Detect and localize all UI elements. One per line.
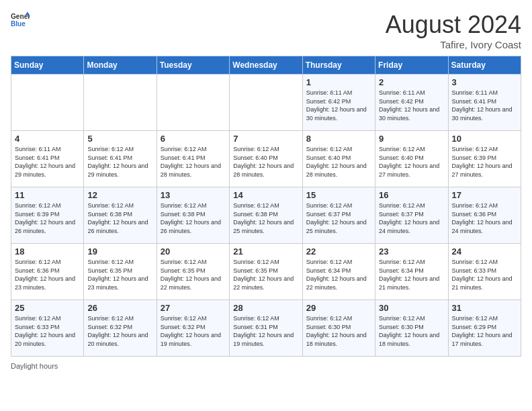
calendar-cell: 24Sunrise: 6:12 AM Sunset: 6:33 PM Dayli… — [448, 244, 521, 300]
calendar-cell — [84, 75, 157, 131]
day-number: 22 — [306, 246, 371, 257]
calendar-cell: 5Sunrise: 6:12 AM Sunset: 6:41 PM Daylig… — [84, 131, 157, 187]
day-info: Sunrise: 6:12 AM Sunset: 6:30 PM Dayligh… — [306, 314, 371, 348]
calendar-table: SundayMondayTuesdayWednesdayThursdayFrid… — [11, 56, 521, 357]
day-info: Sunrise: 6:12 AM Sunset: 6:41 PM Dayligh… — [87, 145, 152, 179]
day-header-thursday: Thursday — [302, 56, 375, 75]
calendar-cell: 12Sunrise: 6:12 AM Sunset: 6:38 PM Dayli… — [84, 187, 157, 244]
day-info: Sunrise: 6:12 AM Sunset: 6:40 PM Dayligh… — [306, 145, 371, 179]
calendar-cell: 29Sunrise: 6:12 AM Sunset: 6:30 PM Dayli… — [302, 300, 375, 357]
day-info: Sunrise: 6:12 AM Sunset: 6:39 PM Dayligh… — [452, 145, 517, 179]
day-number: 3 — [452, 77, 517, 87]
day-number: 4 — [15, 134, 80, 144]
day-number: 29 — [306, 303, 371, 313]
calendar-cell: 21Sunrise: 6:12 AM Sunset: 6:35 PM Dayli… — [230, 244, 302, 300]
calendar-cell: 26Sunrise: 6:12 AM Sunset: 6:32 PM Dayli… — [84, 300, 157, 357]
day-number: 19 — [87, 246, 152, 257]
day-number: 27 — [161, 303, 226, 313]
day-info: Sunrise: 6:12 AM Sunset: 6:33 PM Dayligh… — [452, 258, 517, 291]
day-number: 16 — [379, 190, 444, 200]
day-header-friday: Friday — [375, 56, 448, 75]
day-number: 24 — [452, 246, 517, 257]
calendar-cell: 13Sunrise: 6:12 AM Sunset: 6:38 PM Dayli… — [157, 187, 229, 244]
location: Tafire, Ivory Coast — [386, 39, 521, 50]
day-info: Sunrise: 6:12 AM Sunset: 6:41 PM Dayligh… — [161, 145, 226, 179]
day-number: 12 — [87, 190, 152, 200]
day-header-saturday: Saturday — [448, 56, 521, 75]
day-header-monday: Monday — [84, 56, 157, 75]
day-number: 18 — [15, 246, 80, 257]
calendar-cell: 20Sunrise: 6:12 AM Sunset: 6:35 PM Dayli… — [157, 244, 229, 300]
calendar-cell: 10Sunrise: 6:12 AM Sunset: 6:39 PM Dayli… — [448, 131, 521, 187]
calendar-cell: 23Sunrise: 6:12 AM Sunset: 6:34 PM Dayli… — [375, 244, 448, 300]
calendar-cell: 16Sunrise: 6:12 AM Sunset: 6:37 PM Dayli… — [375, 187, 448, 244]
day-info: Sunrise: 6:12 AM Sunset: 6:35 PM Dayligh… — [233, 258, 298, 291]
calendar-cell: 15Sunrise: 6:12 AM Sunset: 6:37 PM Dayli… — [302, 187, 375, 244]
day-number: 31 — [452, 303, 517, 313]
day-number: 13 — [161, 190, 226, 200]
calendar-cell: 6Sunrise: 6:12 AM Sunset: 6:41 PM Daylig… — [157, 131, 229, 187]
day-number: 11 — [15, 190, 80, 200]
day-info: Sunrise: 6:12 AM Sunset: 6:30 PM Dayligh… — [379, 314, 444, 348]
day-info: Sunrise: 6:12 AM Sunset: 6:39 PM Dayligh… — [15, 201, 80, 235]
day-info: Sunrise: 6:12 AM Sunset: 6:32 PM Dayligh… — [87, 314, 152, 348]
day-info: Sunrise: 6:12 AM Sunset: 6:40 PM Dayligh… — [379, 145, 444, 179]
calendar-cell — [230, 75, 302, 131]
day-info: Sunrise: 6:12 AM Sunset: 6:31 PM Dayligh… — [233, 314, 298, 348]
calendar-week-1: 1Sunrise: 6:11 AM Sunset: 6:42 PM Daylig… — [11, 75, 521, 131]
day-info: Sunrise: 6:12 AM Sunset: 6:37 PM Dayligh… — [306, 201, 371, 235]
day-header-sunday: Sunday — [11, 56, 84, 75]
day-info: Sunrise: 6:12 AM Sunset: 6:34 PM Dayligh… — [306, 258, 371, 291]
calendar-cell: 30Sunrise: 6:12 AM Sunset: 6:30 PM Dayli… — [375, 300, 448, 357]
day-number: 21 — [233, 246, 298, 257]
day-number: 8 — [306, 134, 371, 144]
day-number: 15 — [306, 190, 371, 200]
day-number: 10 — [452, 134, 517, 144]
calendar-cell: 31Sunrise: 6:12 AM Sunset: 6:29 PM Dayli… — [448, 300, 521, 357]
day-info: Sunrise: 6:12 AM Sunset: 6:35 PM Dayligh… — [87, 258, 152, 291]
day-number: 28 — [233, 303, 298, 313]
day-info: Sunrise: 6:11 AM Sunset: 6:41 PM Dayligh… — [452, 89, 517, 122]
title-block: August 2024 Tafire, Ivory Coast — [386, 11, 521, 50]
logo: General Blue — [11, 11, 30, 30]
logo-icon: General Blue — [11, 11, 30, 30]
calendar-cell: 28Sunrise: 6:12 AM Sunset: 6:31 PM Dayli… — [230, 300, 302, 357]
calendar-cell: 1Sunrise: 6:11 AM Sunset: 6:42 PM Daylig… — [302, 75, 375, 131]
calendar-cell: 9Sunrise: 6:12 AM Sunset: 6:40 PM Daylig… — [375, 131, 448, 187]
calendar-cell: 8Sunrise: 6:12 AM Sunset: 6:40 PM Daylig… — [302, 131, 375, 187]
day-number: 26 — [87, 303, 152, 313]
calendar-cell — [157, 75, 229, 131]
calendar-cell: 4Sunrise: 6:11 AM Sunset: 6:41 PM Daylig… — [11, 131, 84, 187]
calendar-header-row: SundayMondayTuesdayWednesdayThursdayFrid… — [11, 56, 521, 75]
day-info: Sunrise: 6:12 AM Sunset: 6:34 PM Dayligh… — [379, 258, 444, 291]
daylight-label: Daylight hours — [11, 362, 58, 370]
calendar-cell: 19Sunrise: 6:12 AM Sunset: 6:35 PM Dayli… — [84, 244, 157, 300]
day-info: Sunrise: 6:12 AM Sunset: 6:38 PM Dayligh… — [87, 201, 152, 235]
calendar-cell: 3Sunrise: 6:11 AM Sunset: 6:41 PM Daylig… — [448, 75, 521, 131]
day-number: 7 — [233, 134, 298, 144]
day-info: Sunrise: 6:12 AM Sunset: 6:38 PM Dayligh… — [161, 201, 226, 235]
day-info: Sunrise: 6:11 AM Sunset: 6:42 PM Dayligh… — [379, 89, 444, 122]
day-header-wednesday: Wednesday — [230, 56, 302, 75]
day-number: 2 — [379, 77, 444, 87]
calendar-week-2: 4Sunrise: 6:11 AM Sunset: 6:41 PM Daylig… — [11, 131, 521, 187]
day-info: Sunrise: 6:12 AM Sunset: 6:40 PM Dayligh… — [233, 145, 298, 179]
day-number: 20 — [161, 246, 226, 257]
day-info: Sunrise: 6:12 AM Sunset: 6:33 PM Dayligh… — [15, 314, 80, 348]
day-info: Sunrise: 6:11 AM Sunset: 6:42 PM Dayligh… — [306, 89, 371, 122]
calendar-cell: 25Sunrise: 6:12 AM Sunset: 6:33 PM Dayli… — [11, 300, 84, 357]
calendar-cell: 22Sunrise: 6:12 AM Sunset: 6:34 PM Dayli… — [302, 244, 375, 300]
calendar-cell — [11, 75, 84, 131]
calendar-cell: 14Sunrise: 6:12 AM Sunset: 6:38 PM Dayli… — [230, 187, 302, 244]
day-info: Sunrise: 6:12 AM Sunset: 6:36 PM Dayligh… — [452, 201, 517, 235]
calendar-cell: 27Sunrise: 6:12 AM Sunset: 6:32 PM Dayli… — [157, 300, 229, 357]
day-number: 17 — [452, 190, 517, 200]
day-number: 1 — [306, 77, 371, 87]
day-header-tuesday: Tuesday — [157, 56, 229, 75]
calendar-week-5: 25Sunrise: 6:12 AM Sunset: 6:33 PM Dayli… — [11, 300, 521, 357]
day-info: Sunrise: 6:12 AM Sunset: 6:38 PM Dayligh… — [233, 201, 298, 235]
calendar-week-3: 11Sunrise: 6:12 AM Sunset: 6:39 PM Dayli… — [11, 187, 521, 244]
calendar-cell: 18Sunrise: 6:12 AM Sunset: 6:36 PM Dayli… — [11, 244, 84, 300]
page-header: General Blue August 2024 Tafire, Ivory C… — [11, 11, 521, 50]
calendar-cell: 11Sunrise: 6:12 AM Sunset: 6:39 PM Dayli… — [11, 187, 84, 244]
